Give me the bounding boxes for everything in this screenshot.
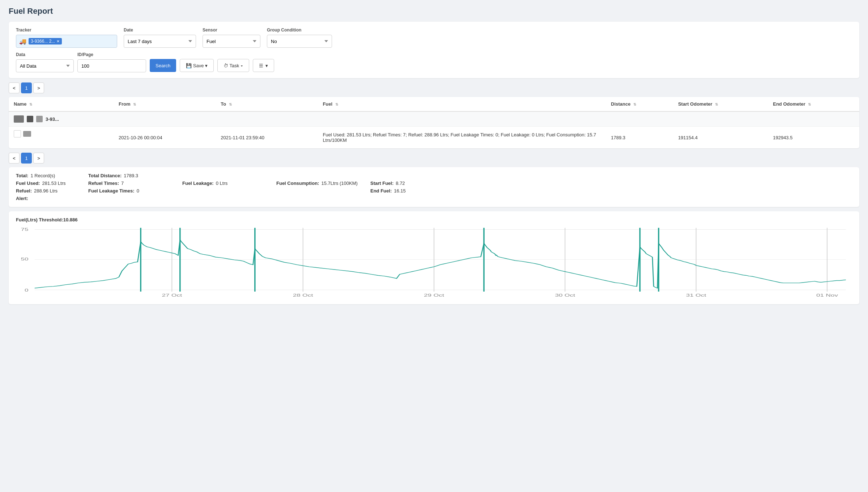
- data-filter-label: Data: [16, 52, 74, 57]
- total-distance-label: Total Distance:: [88, 173, 122, 178]
- row-to-cell: 2021-11-01 23:59:40: [216, 127, 318, 149]
- start-fuel-label: Start Fuel:: [370, 181, 393, 186]
- id-page-group: ID/Page: [77, 52, 146, 72]
- group-name-cell: 3-93...: [9, 111, 114, 127]
- table-row-group: 3-93...: [9, 111, 859, 127]
- col-from[interactable]: From ⇅: [114, 97, 216, 111]
- col-distance[interactable]: Distance ⇅: [606, 97, 673, 111]
- tracker-tag-label: 3-9366... ​2...: [31, 39, 55, 44]
- data-filter-select[interactable]: All Data Summary Detail: [16, 59, 74, 72]
- sort-start-odo-icon: ⇅: [715, 102, 718, 106]
- menu-icon: ☰: [259, 63, 263, 68]
- col-start-odo[interactable]: Start Odometer ⇅: [673, 97, 768, 111]
- tracker-group: Tracker 🚚 3-9366... ​2... ✕: [16, 27, 117, 48]
- group-condition-group: Group Condition No Yes: [267, 27, 332, 48]
- menu-button[interactable]: ☰ ▾: [253, 59, 274, 72]
- sort-to-icon: ⇅: [229, 102, 232, 106]
- current-page-bottom-button[interactable]: 1: [21, 153, 32, 164]
- sort-fuel-icon: ⇅: [335, 102, 338, 106]
- chart-container: 75 50 0: [16, 226, 852, 298]
- page-title: Fuel Report: [9, 7, 859, 16]
- end-fuel-value: 16.15: [394, 188, 406, 194]
- table-row: 2021-10-26 00:00:04 2021-11-01 23:59:40 …: [9, 127, 859, 149]
- group-color-box1: [27, 116, 33, 122]
- date-group: Date Last 7 days Last 30 days Today Cust…: [124, 27, 196, 48]
- svg-text:28 Oct: 28 Oct: [293, 293, 314, 298]
- id-page-input[interactable]: [77, 59, 146, 72]
- svg-text:0: 0: [25, 288, 29, 292]
- current-page-button[interactable]: 1: [21, 82, 32, 93]
- prev-page-button[interactable]: <: [9, 82, 20, 93]
- row-from-cell: 2021-10-26 00:00:04: [114, 127, 216, 149]
- col-end-odo[interactable]: End Odometer ⇅: [768, 97, 859, 111]
- group-truck-icon: [14, 115, 24, 123]
- tracker-input[interactable]: 🚚 3-9366... ​2... ✕: [16, 35, 117, 48]
- tracker-tag-close[interactable]: ✕: [56, 39, 60, 44]
- data-filter-group: Data All Data Summary Detail: [16, 52, 74, 72]
- group-color-box2: [36, 116, 43, 122]
- filter-section: Tracker 🚚 3-9366... ​2... ✕ Date Last 7 …: [9, 22, 859, 78]
- total-value: 1 Record(s): [30, 173, 55, 178]
- id-page-label: ID/Page: [77, 52, 146, 57]
- group-name-label: 3-93...: [46, 116, 59, 122]
- col-to[interactable]: To ⇅: [216, 97, 318, 111]
- sort-from-icon: ⇅: [133, 102, 136, 106]
- row-start-odo-cell: 191154.4: [673, 127, 768, 149]
- sensor-group: Sensor Fuel Temperature Speed: [203, 27, 260, 48]
- refuel-label: Refuel:: [16, 188, 32, 194]
- svg-text:75: 75: [21, 228, 28, 232]
- refuel-times-label: Refuel Times:: [88, 181, 119, 186]
- sensor-label: Sensor: [203, 27, 260, 33]
- fuel-used-value: 281.53 Ltrs: [42, 181, 65, 186]
- date-label: Date: [124, 27, 196, 33]
- total-distance-value: 1789.3: [124, 173, 138, 178]
- group-condition-label: Group Condition: [267, 27, 332, 33]
- fuel-leakage-label: Fuel Leakage:: [182, 181, 214, 186]
- svg-text:50: 50: [21, 257, 28, 262]
- row-fuel-cell: Fuel Used: 281.53 Ltrs; Refuel Times: 7;…: [318, 127, 606, 149]
- col-name[interactable]: Name ⇅: [9, 97, 114, 111]
- refuel-value: 288.96 Ltrs: [34, 188, 58, 194]
- pagination-top: < 1 >: [9, 82, 859, 93]
- search-button[interactable]: Search: [150, 59, 176, 72]
- svg-text:29 Oct: 29 Oct: [424, 293, 444, 298]
- alert-label: Alert:: [16, 196, 28, 201]
- tracker-tag[interactable]: 3-9366... ​2... ✕: [29, 38, 62, 44]
- truck-icon: 🚚: [19, 38, 26, 45]
- group-condition-select[interactable]: No Yes: [267, 35, 332, 48]
- chart-section: Fuel(Ltrs) Threshold:10.886 75 50 0: [9, 211, 859, 304]
- fuel-chart: 75 50 0: [16, 226, 852, 298]
- tracker-label: Tracker: [16, 27, 117, 33]
- prev-page-bottom-button[interactable]: <: [9, 153, 20, 164]
- col-fuel[interactable]: Fuel ⇅: [318, 97, 606, 111]
- sensor-select[interactable]: Fuel Temperature Speed: [203, 35, 260, 48]
- refuel-times-value: 7: [121, 181, 124, 186]
- total-label: Total:: [16, 173, 28, 178]
- row-truck-icon: [23, 131, 31, 137]
- svg-text:01 Nov: 01 Nov: [816, 293, 838, 298]
- start-fuel-value: 8.72: [396, 181, 405, 186]
- task-button[interactable]: ⏱ Task ▾: [217, 59, 249, 72]
- row-checkbox[interactable]: [14, 130, 21, 137]
- sort-end-odo-icon: ⇅: [808, 102, 811, 106]
- menu-dropdown-icon: ▾: [265, 63, 268, 68]
- chart-title: Fuel(Ltrs) Threshold:10.886: [16, 217, 852, 222]
- svg-text:30 Oct: 30 Oct: [555, 293, 575, 298]
- pagination-bottom: < 1 >: [9, 153, 859, 164]
- row-end-odo-cell: 192943.5: [768, 127, 859, 149]
- fuel-leakage-times-label: Fuel Leakage Times:: [88, 188, 135, 194]
- fuel-used-label: Fuel Used:: [16, 181, 40, 186]
- summary-section: Total: 1 Record(s) Total Distance: 1789.…: [9, 167, 859, 207]
- save-button[interactable]: 💾 Save ▾: [180, 59, 214, 72]
- svg-text:27 Oct: 27 Oct: [162, 293, 182, 298]
- row-name-cell: [9, 127, 114, 149]
- fuel-leakage-value: 0 Ltrs: [216, 181, 228, 186]
- svg-text:31 Oct: 31 Oct: [686, 293, 707, 298]
- next-page-button[interactable]: >: [33, 82, 44, 93]
- next-page-bottom-button[interactable]: >: [33, 153, 44, 164]
- fuel-consumption-value: 15.7Ltrs (100KM): [321, 181, 357, 186]
- end-fuel-label: End Fuel:: [370, 188, 392, 194]
- fuel-consumption-label: Fuel Consumption:: [276, 181, 319, 186]
- row-distance-cell: 1789.3: [606, 127, 673, 149]
- date-select[interactable]: Last 7 days Last 30 days Today Custom Ra…: [124, 35, 196, 48]
